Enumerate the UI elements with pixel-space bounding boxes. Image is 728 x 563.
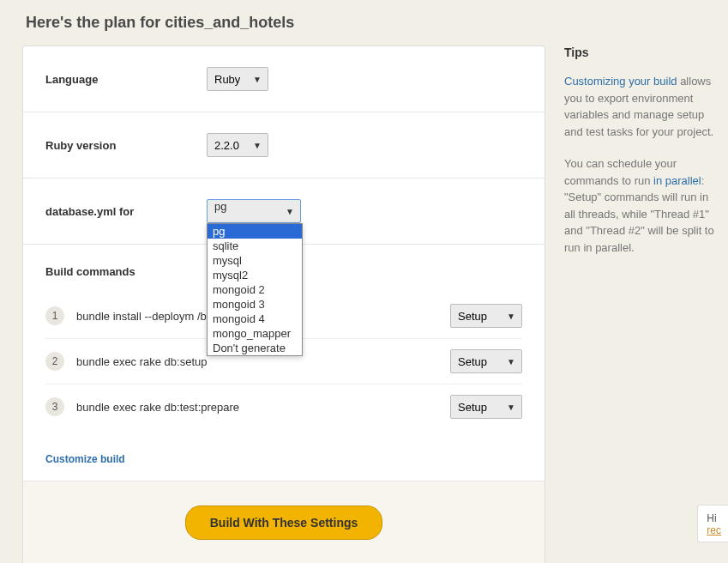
build-plan-panel: Language Ruby ▼ Ruby version 2.2.0 ▼ dat… [22,45,545,563]
tips-sidebar: Tips Customizing your build allows you t… [564,45,717,563]
chat-link[interactable]: rec [707,524,721,536]
dropdown-option[interactable]: mongo_mapper [208,326,302,341]
dropdown-option[interactable]: pg [208,224,302,239]
command-text: bundle exec rake db:setup [76,355,450,368]
command-number-badge: 1 [45,306,64,325]
language-select[interactable]: Ruby [207,67,268,91]
dropdown-option[interactable]: mysql [208,253,302,268]
customizing-build-link[interactable]: Customizing your build [564,75,677,88]
database-row: database.yml for pg ▼ pg sqlite mysql my… [23,179,544,245]
tips-paragraph: You can schedule your commands to run in… [564,155,717,256]
tips-title: Tips [564,45,717,59]
database-select[interactable]: pg [207,199,301,223]
database-label: database.yml for [45,205,207,218]
command-type-select[interactable]: Setup [450,304,522,328]
chat-text: Hi [707,512,721,524]
build-footer: Build With These Settings [23,481,544,563]
database-dropdown: pg sqlite mysql mysql2 mongoid 2 mongoid… [207,223,303,356]
command-number-badge: 2 [45,352,64,371]
command-type-select[interactable]: Setup [450,349,522,373]
ruby-version-label: Ruby version [45,139,207,152]
build-button[interactable]: Build With These Settings [185,505,383,540]
dropdown-option[interactable]: sqlite [208,239,302,253]
dropdown-option[interactable]: mongoid 2 [208,282,302,297]
dropdown-option[interactable]: mysql2 [208,268,302,282]
page-title: Here's the plan for cities_and_hotels [0,0,728,45]
ruby-version-select[interactable]: 2.2.0 [207,133,268,157]
language-label: Language [45,73,207,86]
tips-paragraph: Customizing your build allows you to exp… [564,73,717,140]
chat-widget[interactable]: Hi rec [697,505,728,542]
dropdown-option[interactable]: mongoid 3 [208,297,302,312]
command-type-select[interactable]: Setup [450,395,522,419]
in-parallel-link[interactable]: in parallel [653,174,701,187]
language-row: Language Ruby ▼ [23,46,544,112]
database-select-value: pg [214,200,226,213]
ruby-version-row: Ruby version 2.2.0 ▼ [23,112,544,179]
customize-build-link[interactable]: Customize build [45,453,125,465]
command-text: bundle exec rake db:test:prepare [76,401,450,414]
command-number-badge: 3 [45,397,64,416]
dropdown-option[interactable]: mongoid 4 [208,312,302,326]
dropdown-option[interactable]: Don't generate [208,341,302,355]
command-row: 3 bundle exec rake db:test:prepare Setup… [45,384,522,429]
